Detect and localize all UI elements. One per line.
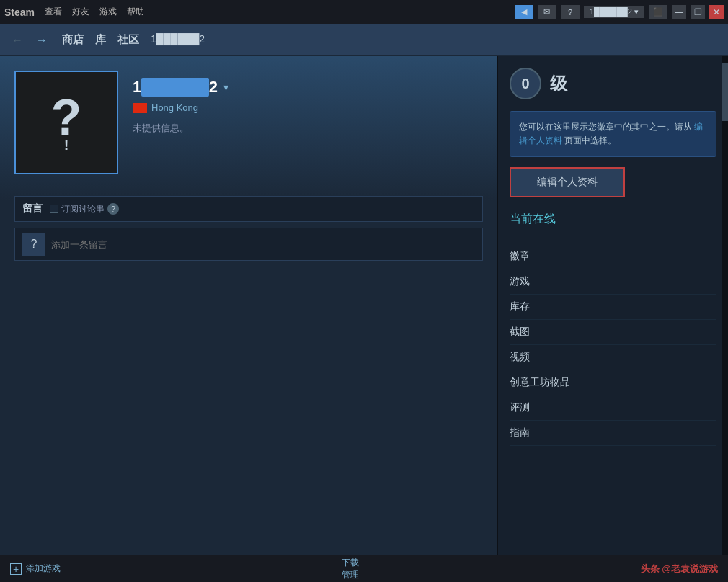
info-box-text: 您可以在这里展示您徽章中的其中之一。请从 xyxy=(519,122,692,132)
sidebar-nav-games[interactable]: 游戏 xyxy=(510,269,716,295)
download-label: 下载 xyxy=(342,557,359,569)
menu-friends[interactable]: 好友 xyxy=(72,6,89,18)
title-bar-right: ◀ ✉ ? 1██████2 ▾ ⬛ — ❐ ✕ xyxy=(515,5,724,19)
subscribe-label: 订阅讨论串 xyxy=(61,203,105,215)
sidebar-nav-inventory[interactable]: 库存 xyxy=(510,295,716,320)
center-panel: ? ! 1██████2 ▾ Hong Kong 未提供信息。 xyxy=(0,56,497,555)
online-status: 当前在线 xyxy=(510,212,716,233)
comment-input-row: ? xyxy=(14,228,483,261)
hk-flag-icon xyxy=(133,103,147,113)
subscribe-help-icon[interactable]: ? xyxy=(107,203,119,215)
nav-username[interactable]: 1██████2 xyxy=(151,33,205,47)
profile-info: 1██████2 ▾ Hong Kong 未提供信息。 xyxy=(133,71,228,135)
minimize-button[interactable]: — xyxy=(672,5,686,19)
profile-dropdown-icon[interactable]: ▾ xyxy=(223,81,228,93)
nav-links: 商店 库 社区 1██████2 xyxy=(62,33,205,47)
menu-help[interactable]: 帮助 xyxy=(127,6,144,18)
user-menu-label: 1██████2 ▾ xyxy=(590,7,639,17)
profile-name: 1██████2 xyxy=(133,78,218,97)
profile-name-row: 1██████2 ▾ xyxy=(133,78,228,97)
right-sidebar: 0 级 您可以在这里展示您徽章中的其中之一。请从 编辑个人资料 页面中选择。 编… xyxy=(497,56,728,555)
comments-subscribe: 订阅讨论串 ? xyxy=(50,203,119,215)
nav-back-arrow[interactable]: ← xyxy=(9,32,26,48)
profile-bio: 未提供信息。 xyxy=(133,122,228,135)
menu-games[interactable]: 游戏 xyxy=(99,6,117,18)
comments-section: 留言 订阅讨论串 ? ? xyxy=(14,196,483,261)
nav-bar: ← → 商店 库 社区 1██████2 xyxy=(0,24,728,56)
level-section: 0 级 xyxy=(510,68,716,99)
menu-view[interactable]: 查看 xyxy=(45,6,62,18)
restore-button[interactable]: ❐ xyxy=(691,5,705,19)
bottom-bar: + 添加游戏 下载 管理 头条 @老袁说游戏 xyxy=(0,555,728,582)
location-text: Hong Kong xyxy=(151,102,198,113)
profile-header: ? ! 1██████2 ▾ Hong Kong 未提供信息。 xyxy=(14,71,483,174)
watermark-text: 头条 @老袁说游戏 xyxy=(641,563,718,574)
level-badge: 0 xyxy=(510,68,541,99)
edit-profile-button[interactable]: 编辑个人资料 xyxy=(510,167,625,197)
screenshot-icon[interactable]: ⬛ xyxy=(649,5,667,19)
main-content: ? ! 1██████2 ▾ Hong Kong 未提供信息。 xyxy=(0,56,728,555)
avatar-box: ? ! xyxy=(14,71,118,174)
profile-location: Hong Kong xyxy=(133,102,228,113)
sidebar-nav-guides[interactable]: 指南 xyxy=(510,421,716,446)
level-label: 级 xyxy=(550,72,567,95)
comments-title: 留言 xyxy=(22,202,43,215)
avatar-exclaim-mark: ! xyxy=(64,137,69,153)
steam-logo: Steam xyxy=(4,6,35,18)
plus-icon: + xyxy=(10,563,22,575)
info-box-suffix: 页面中选择。 xyxy=(564,135,616,146)
user-menu-button[interactable]: 1██████2 ▾ xyxy=(584,6,644,18)
title-bar: Steam 查看 好友 游戏 帮助 ◀ ✉ ? 1██████2 ▾ ⬛ — ❐… xyxy=(0,0,728,24)
watermark: 头条 @老袁说游戏 xyxy=(641,563,718,576)
scrollbar-thumb xyxy=(722,63,728,121)
title-bar-left: Steam 查看 好友 游戏 帮助 xyxy=(4,6,144,18)
sidebar-nav-screenshots[interactable]: 截图 xyxy=(510,320,716,345)
close-button[interactable]: ✕ xyxy=(709,5,724,19)
download-section[interactable]: 下载 管理 xyxy=(342,557,359,581)
sidebar-nav-workshop[interactable]: 创意工坊物品 xyxy=(510,370,716,395)
add-game-label: 添加游戏 xyxy=(26,563,61,575)
sidebar-nav-videos[interactable]: 视频 xyxy=(510,345,716,370)
nav-community[interactable]: 社区 xyxy=(117,33,139,47)
profile-name-blurred: ██████ xyxy=(141,78,209,97)
nav-library[interactable]: 库 xyxy=(95,33,106,47)
page-scrollbar[interactable] xyxy=(722,56,728,555)
subscribe-checkbox[interactable] xyxy=(50,205,58,213)
sidebar-nav-badges[interactable]: 徽章 xyxy=(510,244,716,269)
add-game-button[interactable]: + 添加游戏 xyxy=(10,563,61,575)
info-box: 您可以在这里展示您徽章中的其中之一。请从 编辑个人资料 页面中选择。 xyxy=(510,111,716,157)
sidebar-nav-list: 徽章 游戏 库存 截图 视频 创意工坊物品 评测 指南 xyxy=(510,244,716,446)
help-icon[interactable]: ? xyxy=(561,5,580,19)
nav-store[interactable]: 商店 xyxy=(62,33,84,47)
mail-icon[interactable]: ✉ xyxy=(538,5,556,19)
comment-input[interactable] xyxy=(51,239,475,250)
avatar-question-mark: ? xyxy=(51,92,82,143)
comment-avatar: ? xyxy=(22,233,45,256)
title-bar-menu: 查看 好友 游戏 帮助 xyxy=(45,6,144,18)
nav-forward-arrow[interactable]: → xyxy=(33,32,50,48)
comments-header: 留言 订阅讨论串 ? xyxy=(14,196,483,222)
sidebar-nav-reviews[interactable]: 评测 xyxy=(510,395,716,421)
nav-back-icon[interactable]: ◀ xyxy=(515,5,533,19)
download-manage-label: 管理 xyxy=(342,569,359,581)
